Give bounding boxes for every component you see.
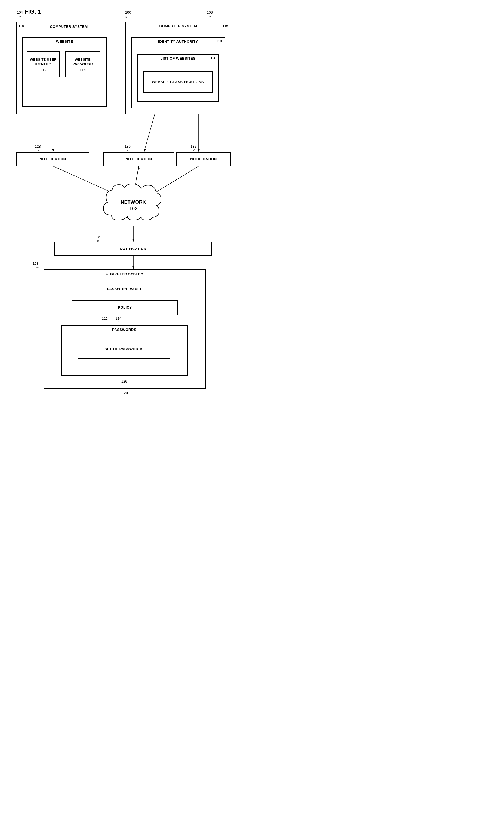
website-box: WEBSITE WEBSITE USER IDENTITY 112 WEBSIT… (22, 37, 107, 107)
wc-label: WEBSITE CLASSIFICATIONS (150, 79, 205, 85)
svg-text:102: 102 (129, 206, 137, 212)
wp-label: WEBSITE PASSWORD (66, 57, 100, 67)
passwords-box: PASSWORDS SET OF PASSWORDS 126 (61, 326, 188, 376)
ref-104: 104 (17, 10, 23, 14)
ref-100: 100 ↙ (125, 10, 131, 19)
notif132-label: NOTIFICATION (189, 156, 218, 162)
sop-label: SET OF PASSWORDS (103, 346, 145, 353)
ref-114: 114 (79, 68, 86, 72)
ref-134-label: 134 (95, 235, 101, 239)
ref-106: 106 (207, 10, 213, 14)
diagram: FIG. 1 100 ↙ 104 (0, 0, 252, 406)
ref-120-label: 120 (122, 391, 128, 395)
list-of-websites-box: 136 LIST OF WEBSITES WEBSITE CLASSIFICAT… (137, 54, 219, 102)
notif128-label: NOTIFICATION (38, 156, 67, 162)
ref-112: 112 (40, 68, 46, 72)
website-user-identity-box: WEBSITE USER IDENTITY 112 (27, 51, 60, 77)
notification-130-box: NOTIFICATION (103, 152, 174, 166)
ref-118: 118 (216, 39, 222, 43)
identity-authority-box: 118 IDENTITY AUTHORITY 136 LIST OF WEBSI… (131, 37, 225, 108)
ia-label: IDENTITY AUTHORITY (132, 38, 225, 45)
policy-label: POLICY (116, 304, 133, 311)
fig-title: FIG. 1 (24, 8, 41, 15)
pv-label: PASSWORD VAULT (50, 285, 199, 293)
computer-system-120-box: COMPUTER SYSTEM PASSWORD VAULT POLICY 12… (44, 269, 206, 389)
set-of-passwords-box: SET OF PASSWORDS (78, 340, 170, 359)
computer-system-110-box: 110 COMPUTER SYSTEM WEBSITE WEBSITE USER… (16, 22, 114, 114)
notification-132-box: NOTIFICATION (176, 152, 231, 166)
website-label: WEBSITE (23, 38, 106, 45)
low-label: LIST OF WEBSITES (138, 55, 218, 62)
ref-122: 122 (102, 317, 108, 321)
cs110-label: COMPUTER SYSTEM (48, 23, 90, 30)
notification-128-box: NOTIFICATION (16, 152, 89, 166)
notif134-label: NOTIFICATION (118, 246, 148, 253)
ref-136: 136 (211, 56, 216, 60)
ref-110: 110 (19, 24, 24, 28)
notif130-label: NOTIFICATION (124, 156, 153, 162)
ref-116: 116 (223, 24, 228, 28)
passwords-label: PASSWORDS (62, 326, 187, 333)
network-cloud: NETWORK 102 (98, 180, 169, 226)
computer-system-116-box: 116 COMPUTER SYSTEM 118 IDENTITY AUTHORI… (125, 22, 231, 114)
password-vault-box: PASSWORD VAULT POLICY 122 124 ↙ PASSWORD… (50, 285, 199, 381)
policy-box: POLICY (72, 300, 178, 315)
cs116-label: COMPUTER SYSTEM (126, 22, 231, 30)
website-classifications-box: WEBSITE CLASSIFICATIONS (143, 71, 213, 93)
svg-line-3 (144, 113, 155, 151)
ref-108-label: 108 (33, 262, 39, 266)
cs120-label: COMPUTER SYSTEM (44, 270, 205, 278)
website-password-box: WEBSITE PASSWORD 114 (65, 51, 100, 77)
svg-text:NETWORK: NETWORK (121, 199, 146, 205)
ref-126: 126 (121, 379, 127, 384)
notification-134-box: NOTIFICATION (54, 242, 212, 256)
wui-label: WEBSITE USER IDENTITY (27, 57, 59, 67)
